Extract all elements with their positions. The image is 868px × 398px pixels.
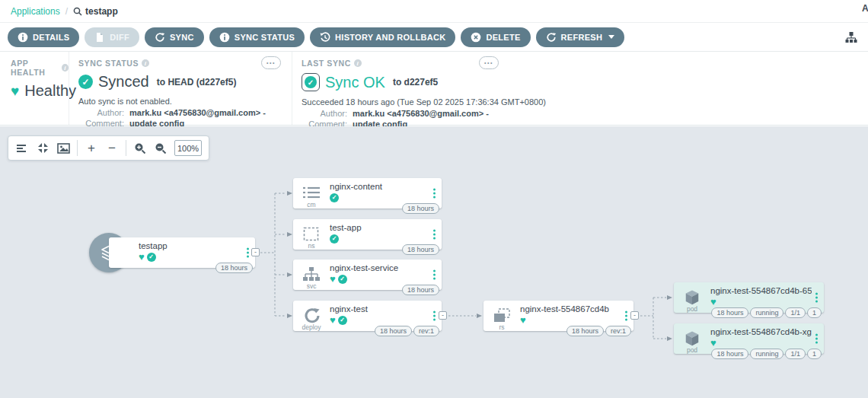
breadcrumb-applications-link[interactable]: Applications <box>11 6 60 17</box>
refresh-icon <box>546 32 557 43</box>
svc-icon: svc <box>293 259 330 290</box>
last-sync-note: Succeeded 18 hours ago (Tue Sep 02 2025 … <box>302 97 868 107</box>
rs-icon: rs <box>483 301 520 331</box>
partial-corner-icon: A <box>862 3 868 12</box>
info-icon[interactable]: i <box>142 59 149 67</box>
node-badge: 1 <box>807 349 822 359</box>
diff-button[interactable]: DIFF <box>85 27 139 47</box>
node-badge: 18 hours <box>711 349 748 359</box>
zoom-in-button[interactable]: + <box>85 142 98 155</box>
info-icon[interactable]: i <box>62 64 69 72</box>
app-health-section: APP HEALTHi ♥ Healthy <box>0 52 69 125</box>
health-heart-icon: ♥ <box>710 338 716 348</box>
resource-node-nginx-test-554867cd4b[interactable]: rsnginx-test-554867cd4b♥18 hoursrev:1 <box>483 301 633 331</box>
resource-name: test-app <box>330 223 429 232</box>
health-heart-icon: ♥ <box>139 252 145 262</box>
last-sync-menu-button[interactable] <box>479 56 499 69</box>
resource-name: nginx-test-554867cd4b-65gtp <box>710 286 812 295</box>
details-button[interactable]: DETAILS <box>8 27 79 47</box>
collapse-handle[interactable]: - <box>439 311 447 320</box>
resource-tree-canvas[interactable]: + − testapp♥✓18 hourscmnginx-content✓18 … <box>0 126 868 398</box>
resource-name: nginx-content <box>330 182 429 191</box>
node-menu-button[interactable] <box>431 228 438 242</box>
file-icon <box>94 32 105 43</box>
node-menu-button[interactable] <box>244 246 251 260</box>
delete-icon <box>471 32 481 43</box>
author-value: mark.ku <a4756830@gmail.com> - <box>353 109 868 118</box>
sync-check-icon: ✓ <box>147 253 156 262</box>
node-menu-button[interactable] <box>431 186 438 201</box>
button-label: HISTORY AND ROLLBACK <box>335 33 445 42</box>
node-badge: 18 hours <box>402 244 439 255</box>
node-menu-button[interactable] <box>813 291 820 305</box>
sync-button[interactable]: SYNC <box>145 27 204 47</box>
resource-node-nginx-test-554867cd4b-65gtp[interactable]: podnginx-test-554867cd4b-65gtp♥18 hoursr… <box>674 282 824 313</box>
refresh-button[interactable]: REFRESH <box>536 27 625 47</box>
kind-label: ns <box>293 243 330 250</box>
node-badge: 18 hours <box>402 203 439 214</box>
last-sync-label: LAST SYNC <box>302 59 351 68</box>
info-icon[interactable]: i <box>354 59 362 67</box>
last-sync-value: Sync OK <box>325 74 385 91</box>
node-menu-button[interactable] <box>623 309 630 323</box>
last-sync-revision[interactable]: to d227ef5 <box>393 77 438 88</box>
status-panel: APP HEALTHi ♥ Healthy SYNC STATUSi ✓ Syn… <box>0 52 868 126</box>
toolbar-buttons: DETAILSDIFFSYNCSYNC STATUSHISTORY AND RO… <box>8 27 624 47</box>
app-selector[interactable]: testapp <box>73 6 118 17</box>
app-toolbar: DETAILSDIFFSYNCSYNC STATUSHISTORY AND RO… <box>0 23 868 52</box>
node-menu-button[interactable] <box>431 268 438 282</box>
cm-icon: cm <box>293 178 330 209</box>
node-badge: 1/1 <box>785 349 806 359</box>
button-label: DIFF <box>110 33 129 42</box>
relayout-icon[interactable] <box>15 142 29 155</box>
resource-node-nginx-test-554867cd4b-xgs9x[interactable]: podnginx-test-554867cd4b-xgs9x♥18 hoursr… <box>674 323 824 354</box>
collapse-handle[interactable]: - <box>251 248 260 256</box>
sync-revision[interactable]: to HEAD (d227ef5) <box>157 77 237 88</box>
resource-node-nginx-test[interactable]: deploynginx-test♥✓18 hoursrev:1 <box>293 301 442 331</box>
graph-controls: + − <box>8 135 209 161</box>
magnifier-plus-icon[interactable] <box>133 142 147 155</box>
pod-icon: pod <box>674 323 710 354</box>
kind-label: rs <box>483 324 520 331</box>
delete-button[interactable]: DELETE <box>461 27 530 47</box>
kind-label: pod <box>674 306 710 313</box>
info-icon <box>219 32 230 43</box>
node-badge: 18 hours <box>402 285 439 295</box>
fit-to-screen-icon[interactable] <box>36 142 49 155</box>
resource-node-test-app[interactable]: nstest-app✓18 hours <box>293 219 442 250</box>
history-rollback-button[interactable]: HISTORY AND ROLLBACK <box>310 27 455 47</box>
node-badge: 18 hours <box>375 326 412 336</box>
button-label: DELETE <box>486 33 520 42</box>
magnifier-minus-icon[interactable] <box>154 142 168 155</box>
sync-status-menu-button[interactable] <box>261 56 281 69</box>
resource-node-nginx-test-service[interactable]: svcnginx-test-service♥✓18 hours <box>293 259 442 290</box>
node-badge: running <box>750 349 783 359</box>
node-badge: 1/1 <box>785 307 806 318</box>
button-label: SYNC <box>170 33 194 42</box>
auto-sync-note: Auto sync is not enabled. <box>78 97 292 106</box>
zoom-out-button[interactable]: − <box>105 142 119 155</box>
author-value: mark.ku <a4756830@gmail.com> - <box>129 108 292 117</box>
breadcrumb-app-name: testapp <box>85 6 118 17</box>
kind-label: pod <box>674 347 710 354</box>
kind-label: svc <box>293 283 330 290</box>
health-heart-icon: ♥ <box>330 274 336 284</box>
pod-icon: pod <box>674 282 710 313</box>
node-menu-button[interactable] <box>431 309 438 323</box>
breadcrumb-separator: / <box>65 6 68 17</box>
resource-tree-view-icon[interactable] <box>845 31 857 43</box>
resource-node-testapp[interactable]: testapp♥✓18 hours <box>109 237 255 268</box>
node-badge: 18 hours <box>566 326 604 336</box>
node-menu-button[interactable] <box>813 332 820 346</box>
button-label: REFRESH <box>561 33 603 42</box>
health-heart-icon: ♥ <box>330 315 336 325</box>
button-label: DETAILS <box>33 33 69 42</box>
node-badge: 1 <box>807 307 822 318</box>
sync-check-icon: ✓ <box>338 275 347 284</box>
resource-node-nginx-content[interactable]: cmnginx-content✓18 hours <box>293 178 442 209</box>
collapse-handle[interactable]: - <box>630 311 639 320</box>
sync-status-button[interactable]: SYNC STATUS <box>209 27 305 47</box>
sync-icon <box>155 32 165 43</box>
screenshot-icon[interactable] <box>56 142 70 155</box>
zoom-level-input[interactable] <box>174 140 202 156</box>
